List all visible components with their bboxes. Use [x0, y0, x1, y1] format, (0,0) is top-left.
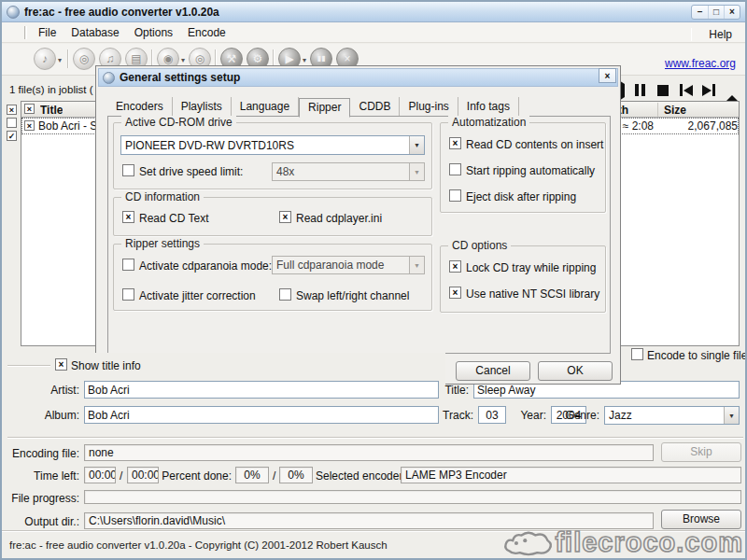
previous-button[interactable] [680, 84, 693, 96]
header-checkbox[interactable]: × [24, 104, 35, 114]
encode-single-file-checkbox[interactable] [631, 348, 643, 360]
stop-button[interactable] [657, 85, 669, 96]
group-cd-information-label: CD information [121, 190, 204, 203]
freac-website-link[interactable]: www.freac.org [665, 57, 736, 70]
minimize-button[interactable]: – [692, 6, 708, 19]
read-cd-text-checkbox[interactable]: × [122, 211, 134, 223]
native-scsi-checkbox[interactable]: × [449, 287, 461, 299]
dialog-close-button[interactable]: × [599, 68, 616, 83]
start-ripping-checkbox[interactable] [449, 163, 461, 175]
cdrom-drive-value: PIONEER DVD-RW DVRTD10RS [121, 139, 409, 152]
percent-track: 0% [235, 467, 269, 483]
row-size: 2,067,085 [658, 119, 738, 133]
dropdown-arrow-icon[interactable]: ▼ [409, 136, 424, 154]
artist-field[interactable] [84, 381, 439, 399]
cancel-button[interactable]: Cancel [456, 361, 530, 381]
percent-done-label: Percent done: [161, 469, 232, 483]
encoding-file-label: Encoding file: [9, 447, 79, 460]
tab-language[interactable]: Language [232, 97, 299, 116]
track-label: Track: [431, 409, 473, 422]
ok-button[interactable]: OK [538, 361, 613, 381]
speed-limit-label: Set drive speed limit: [139, 165, 243, 178]
select-none-checkbox[interactable] [7, 118, 17, 128]
menu-encode[interactable]: Encode [180, 23, 233, 42]
dialog-titlebar[interactable]: General settings setup [98, 68, 618, 87]
tab-plugins[interactable]: Plug-ins [400, 97, 458, 116]
group-ripper-settings-label: Ripper settings [121, 237, 204, 250]
speed-limit-checkbox[interactable] [122, 164, 134, 176]
tab-ripper[interactable]: Ripper [299, 98, 350, 118]
time-left-track: 00:00 [84, 467, 116, 483]
tab-encoders[interactable]: Encoders [107, 97, 173, 116]
time-left-label: Time left: [9, 469, 79, 483]
status-text: fre:ac - free audio converter v1.0.20a -… [9, 539, 388, 551]
album-label: Album: [9, 409, 79, 422]
show-title-info-checkbox[interactable]: × [55, 358, 67, 371]
column-title[interactable]: Title [40, 104, 63, 117]
genre-combobox[interactable]: Jazz ▼ [604, 406, 740, 425]
menu-options[interactable]: Options [127, 23, 180, 42]
file-progress-label: File progress: [9, 492, 79, 505]
dialog-tabs: Encoders Playlists Language Ripper CDDB … [107, 97, 519, 117]
title-info-rule [7, 365, 50, 367]
window-controls: – □ × [691, 5, 740, 20]
app-icon [7, 6, 20, 19]
cdparanoia-checkbox[interactable] [122, 259, 134, 271]
swap-channel-checkbox[interactable] [279, 288, 291, 301]
dialog-icon [103, 72, 115, 84]
file-progress-bar [84, 490, 741, 504]
show-title-info-label: Show title info [71, 359, 141, 372]
read-on-insert-checkbox[interactable]: × [449, 137, 461, 149]
tab-playlists[interactable]: Playlists [173, 97, 232, 116]
panel-separator [7, 437, 743, 439]
dropdown-arrow-icon[interactable]: ▼ [409, 257, 424, 273]
tab-infotags[interactable]: Info tags [458, 97, 519, 116]
genre-label: Genre: [560, 409, 599, 422]
close-button[interactable]: × [724, 6, 740, 19]
maximize-button[interactable]: □ [708, 6, 724, 19]
cdrom-drive-combobox[interactable]: PIONEER DVD-RW DVRTD10RS ▼ [120, 135, 425, 155]
eject-after-label: Eject disk after ripping [466, 190, 576, 203]
dropdown-arrow-icon[interactable]: ▼ [409, 163, 424, 180]
year-label: Year: [511, 409, 546, 422]
menu-help[interactable]: Help [701, 25, 740, 44]
album-field[interactable] [84, 406, 439, 424]
dropdown-arrow-icon[interactable]: ▼ [724, 407, 739, 424]
add-files-dropdown-icon[interactable]: ▾ [58, 56, 62, 64]
next-button[interactable] [702, 84, 715, 96]
row-checkbox[interactable]: × [24, 120, 35, 131]
tab-cddb[interactable]: CDDB [350, 97, 400, 116]
time-slash: / [120, 469, 122, 483]
cdparanoia-mode-combobox[interactable]: Full cdparanoia mode ▼ [272, 256, 425, 274]
track-field[interactable] [478, 406, 506, 424]
time-left-total: 00:00 [127, 467, 159, 483]
eject-button[interactable] [725, 82, 740, 95]
watermark: filecroco.com [502, 525, 743, 560]
joblist-status: 1 file(s) in joblist ( [9, 84, 92, 95]
window-titlebar[interactable]: fre:ac - free audio converter v1.0.20a [2, 2, 745, 22]
select-all-checkbox[interactable]: × [7, 105, 17, 115]
cdparanoia-mode-value: Full cdparanoia mode [273, 259, 409, 272]
eject-after-checkbox[interactable] [449, 189, 461, 202]
encode-dropdown-icon[interactable]: ▾ [303, 56, 306, 64]
title-label: Title: [427, 384, 469, 397]
menu-file[interactable]: File [31, 23, 63, 42]
speed-limit-combobox[interactable]: 48x ▼ [272, 162, 425, 181]
add-files-icon[interactable]: ♪ [34, 48, 56, 70]
lock-tray-checkbox[interactable]: × [449, 260, 461, 273]
jitter-checkbox[interactable] [122, 288, 134, 301]
column-size[interactable]: Size [664, 104, 686, 117]
cddb-dropdown-icon[interactable]: ▾ [181, 56, 185, 64]
selected-encoder-label: Selected encoder: [316, 469, 396, 483]
add-cd-icon[interactable]: ◎ [73, 48, 95, 70]
group-cd-options-label: CD options [448, 239, 511, 252]
pause-button[interactable] [635, 84, 645, 96]
read-cdplayer-checkbox[interactable]: × [279, 211, 291, 223]
menu-database[interactable]: Database [63, 23, 126, 42]
menu-separator [691, 28, 692, 41]
artist-label: Artist: [9, 384, 79, 397]
select-toggle-checkbox[interactable]: ✓ [7, 131, 17, 141]
skip-button[interactable]: Skip [661, 442, 741, 462]
group-automatization-label: Automatization [448, 116, 529, 129]
swap-channel-label: Swap left/right channel [296, 289, 409, 302]
